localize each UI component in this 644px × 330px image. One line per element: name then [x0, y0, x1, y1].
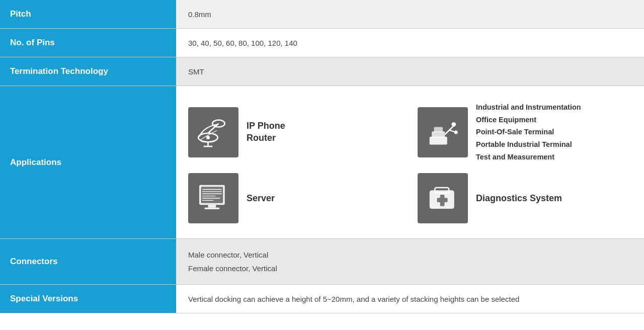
server-icon	[188, 173, 238, 223]
diagnostics-icon	[418, 173, 468, 223]
satellite-icon	[188, 107, 238, 157]
pins-label: No. of Pins	[0, 29, 176, 57]
special-row: Special Versions Vertical docking can ac…	[0, 285, 644, 313]
pitch-row: Pitch 0.8mm	[0, 0, 644, 29]
svg-point-10	[452, 122, 456, 126]
connectors-line2: Female connector, Vertical	[188, 264, 277, 273]
app-item-industrial: Industrial and Instrumentation Office Eq…	[418, 101, 632, 163]
app-item-diagnostics: Diagnostics System	[418, 173, 632, 223]
svg-rect-7	[432, 131, 445, 137]
svg-rect-22	[205, 208, 220, 210]
svg-point-12	[454, 130, 458, 134]
applications-grid: IP PhoneRouter	[188, 101, 632, 223]
svg-rect-21	[208, 205, 216, 207]
app-label-iphone: IP PhoneRouter	[247, 120, 285, 144]
special-value: Vertical docking can achieve a height of…	[176, 285, 644, 313]
svg-rect-8	[434, 127, 443, 132]
applications-value: IP PhoneRouter	[176, 86, 644, 239]
industrial-icon	[418, 107, 468, 157]
app-label-list-industrial: Industrial and Instrumentation Office Eq…	[476, 101, 581, 163]
pitch-label: Pitch	[0, 0, 176, 29]
pins-row: No. of Pins 30, 40, 50, 60, 80, 100, 120…	[0, 29, 644, 57]
svg-point-4	[206, 136, 210, 139]
svg-rect-26	[437, 198, 448, 202]
app-item-server: Server	[188, 173, 403, 223]
app-label-diagnostics: Diagnostics System	[476, 193, 562, 204]
connectors-line1: Male connector, Vertical	[188, 251, 268, 259]
applications-row: Applications	[0, 86, 644, 239]
svg-rect-6	[430, 136, 447, 144]
connectors-value: Male connector, Vertical Female connecto…	[176, 239, 644, 285]
app-label-server: Server	[247, 193, 275, 204]
applications-label: Applications	[0, 86, 176, 239]
connectors-row: Connectors Male connector, Vertical Fema…	[0, 239, 644, 285]
termination-row: Termination Technology SMT	[0, 57, 644, 86]
app-item-iphone: IP PhoneRouter	[188, 101, 403, 163]
connectors-label: Connectors	[0, 239, 176, 285]
pitch-value: 0.8mm	[176, 0, 644, 29]
special-label: Special Versions	[0, 285, 176, 313]
termination-value: SMT	[176, 57, 644, 86]
pins-value: 30, 40, 50, 60, 80, 100, 120, 140	[176, 29, 644, 57]
termination-label: Termination Technology	[0, 57, 176, 86]
